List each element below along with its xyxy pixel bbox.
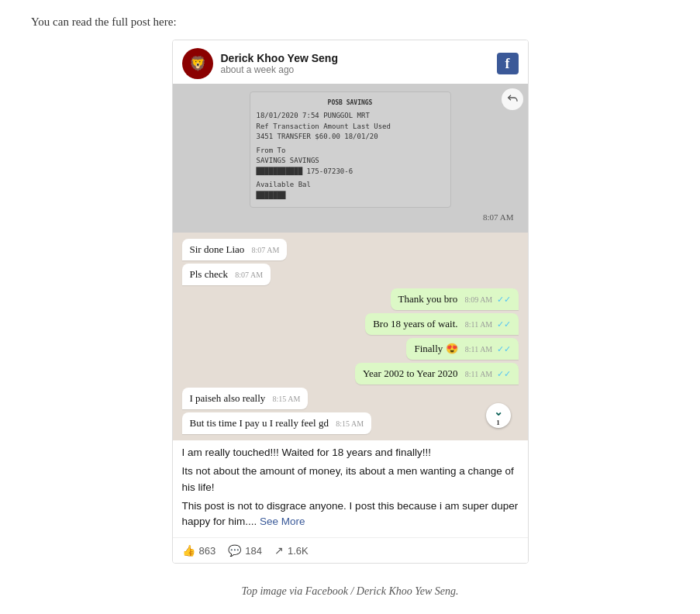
share-reaction[interactable]: ↗ 1.6K [274,544,309,557]
msg-text-8: But tis time I pay u I really feel gd [190,417,329,429]
msg-text-1: Sir done Liao [190,243,245,255]
scroll-badge-count: 1 [496,419,500,426]
whatsapp-screenshot: POSB SAVINGS 18/01/2020 7:54 PUNGGOL MRT… [173,84,528,440]
fb-post-text: I am really touched!!! Waited for 18 yea… [173,440,528,537]
msg-text-7: I paiseh also really [190,392,266,404]
bubble-right-4: Year 2002 to Year 2020 8:11 AM ✓✓ [355,363,519,385]
msg-time-4: 8:11 AM [465,320,492,329]
bubble-right-2: Bro 18 years of wait. 8:11 AM ✓✓ [365,313,518,335]
bubble-left-1: Sir done Liao 8:07 AM [182,239,288,260]
msg-text-5: Finally 😍 [414,343,457,354]
scroll-down-badge[interactable]: ⌄ 1 [486,403,511,428]
avatar: 🦁 [182,48,213,79]
like-count: 863 [199,545,216,557]
msg-ticks-3: ✓✓ [497,295,511,304]
like-icon: 👍 [182,544,195,557]
receipt-image: POSB SAVINGS 18/01/2020 7:54 PUNGGOL MRT… [250,91,451,208]
msg-text-3: Thank you bro [398,293,458,305]
facebook-card: 🦁 Derick Khoo Yew Seng about a week ago … [172,40,529,564]
comment-reaction[interactable]: 💬 184 [228,544,262,557]
see-more-link[interactable]: See More [260,516,305,527]
msg-time-3: 8:09 AM [464,295,492,304]
post-line-2: Its not about the amount of money, its a… [182,464,519,495]
bubble-right-1: Thank you bro 8:09 AM ✓✓ [391,288,519,310]
post-line-3-text: This post is not to disgrace anyone. I p… [182,500,519,527]
like-reaction[interactable]: 👍 863 [182,544,216,557]
fb-user-name: Derick Khoo Yew Seng [221,52,497,64]
reply-icon[interactable] [502,88,523,110]
share-count: 1.6K [288,545,309,557]
bubble-right-3: Finally 😍 8:11 AM ✓✓ [406,338,518,360]
fb-logo-icon: f [497,53,519,74]
page-container: You can read the full post here: 🦁 Deric… [31,16,669,598]
msg-text-6: Year 2002 to Year 2020 [363,367,458,379]
bubble-left-3: I paiseh also really 8:15 AM [182,388,309,409]
share-icon: ↗ [274,544,284,557]
bubble-left-4: But tis time I pay u I really feel gd 8:… [182,412,372,434]
chat-area: Sir done Liao 8:07 AM Pls check 8:07 AM … [173,233,528,440]
post-line-3: This post is not to disgrace anyone. I p… [182,498,519,530]
msg-ticks-6: ✓✓ [497,369,511,378]
msg-time-6: 8:11 AM [465,370,492,378]
bubble-left-2: Pls check 8:07 AM [182,264,271,285]
msg-time-7: 8:15 AM [273,395,301,403]
msg-text-4: Bro 18 years of wait. [373,318,457,329]
msg-text-2: Pls check [190,268,228,280]
msg-ticks-5: ✓✓ [497,344,511,354]
msg-time-8: 8:15 AM [336,419,364,428]
intro-text: You can read the full post here: [31,16,669,29]
bank-receipt-area: POSB SAVINGS 18/01/2020 7:54 PUNGGOL MRT… [173,84,528,233]
post-line-1: I am really touched!!! Waited for 18 yea… [182,445,519,461]
msg-time-1: 8:07 AM [252,246,280,254]
receipt-time: 8:07 AM [181,212,520,225]
msg-time-2: 8:07 AM [235,271,263,279]
fb-user-info: Derick Khoo Yew Seng about a week ago [221,52,497,75]
comment-icon: 💬 [228,544,241,557]
fb-post-header: 🦁 Derick Khoo Yew Seng about a week ago … [173,40,528,84]
comment-count: 184 [245,545,262,557]
caption-text: Top image via Facebook / Derick Khoo Yew… [31,585,669,598]
msg-time-5: 8:11 AM [465,345,492,354]
fb-post-time: about a week ago [221,64,497,75]
msg-ticks-4: ✓✓ [497,319,511,329]
fb-reactions-bar: 👍 863 💬 184 ↗ 1.6K [173,537,528,563]
